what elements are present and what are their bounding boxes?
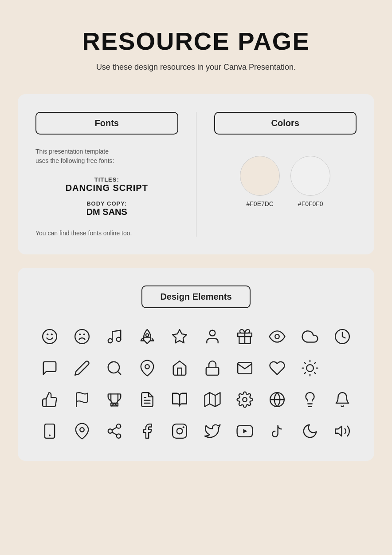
eye-icon	[265, 324, 290, 349]
svg-marker-51	[335, 426, 341, 436]
pin-icon	[135, 356, 159, 380]
svg-marker-9	[172, 329, 187, 343]
envelope-icon	[233, 356, 257, 380]
heart-icon	[265, 356, 290, 380]
search-icon	[102, 356, 127, 380]
flag-icon	[70, 387, 94, 412]
clock-icon	[330, 324, 355, 349]
lock-icon	[200, 356, 224, 380]
svg-point-44	[108, 429, 113, 433]
color-swatches: #F0E7DC #F0F0F0	[214, 156, 357, 207]
chat-bubble-icon	[37, 356, 62, 380]
pencil-icon	[70, 356, 94, 380]
title-font-name: DANCING SCRIPT	[35, 183, 178, 193]
placeholder-icon-1	[330, 356, 355, 380]
svg-line-27	[314, 362, 315, 363]
svg-point-45	[117, 434, 121, 438]
title-font-item: TITLES: DANCING SCRIPT	[35, 176, 178, 193]
music-notes-icon	[102, 324, 127, 349]
fonts-footer: You can find these fonts online too.	[35, 230, 178, 237]
map-icon	[200, 387, 224, 412]
gift-icon	[233, 324, 257, 349]
page-subtitle: Use these design resources in your Canva…	[96, 63, 296, 72]
colors-header-label: Colors	[271, 118, 299, 128]
fonts-colors-card: Fonts This presentation template uses th…	[18, 94, 374, 254]
document-icon	[135, 387, 159, 412]
svg-rect-18	[206, 367, 219, 375]
design-elements-header-box: Design Elements	[141, 285, 250, 308]
body-font-label: BODY COPY:	[35, 200, 178, 207]
svg-line-22	[305, 362, 306, 363]
facebook-icon	[135, 419, 159, 443]
svg-point-17	[145, 365, 149, 369]
svg-line-16	[118, 371, 121, 374]
moon-icon	[298, 419, 322, 443]
svg-point-10	[209, 330, 215, 336]
svg-line-46	[112, 432, 117, 435]
swatch-2: #F0F0F0	[290, 156, 330, 207]
title-font-label: TITLES:	[35, 176, 178, 183]
page-title: RESOURCE PAGE	[82, 27, 310, 56]
fonts-section: Fonts This presentation template uses th…	[35, 112, 196, 237]
smartphone-icon	[37, 419, 62, 443]
svg-line-26	[305, 373, 306, 373]
svg-point-42	[80, 428, 84, 432]
tiktok-icon	[265, 419, 290, 443]
sad-face-icon	[70, 324, 94, 349]
open-book-icon	[168, 387, 192, 412]
location-pin-icon	[70, 419, 94, 443]
fonts-header-label: Fonts	[95, 118, 119, 128]
svg-point-13	[275, 334, 280, 339]
star-icon	[168, 324, 192, 349]
fonts-header-box: Fonts	[35, 112, 178, 135]
bell-icon	[330, 387, 355, 412]
svg-point-3	[75, 329, 89, 344]
svg-point-7	[117, 337, 121, 341]
svg-point-35	[243, 397, 247, 402]
twitter-icon	[200, 419, 224, 443]
svg-line-47	[112, 427, 117, 430]
svg-point-43	[117, 424, 121, 428]
smiley-icon	[37, 324, 62, 349]
youtube-icon	[233, 419, 257, 443]
svg-marker-32	[204, 392, 220, 407]
colors-section: Colors #F0E7DC #F0F0F0	[196, 112, 357, 237]
share-icon	[102, 419, 127, 443]
body-font-name: DM SANS	[35, 207, 178, 217]
rocket-icon	[135, 324, 159, 349]
cloud-icon	[298, 324, 322, 349]
design-elements-header-label: Design Elements	[160, 292, 231, 301]
svg-point-0	[43, 329, 57, 344]
megaphone-icon	[330, 419, 355, 443]
svg-point-8	[146, 333, 149, 336]
icons-grid	[35, 324, 357, 443]
fonts-description: This presentation template uses the foll…	[35, 147, 178, 166]
color-circle-2	[290, 156, 330, 196]
thumbs-up-icon	[37, 387, 62, 412]
svg-point-19	[306, 365, 314, 372]
svg-rect-48	[172, 424, 187, 438]
body-font-item: BODY COPY: DM SANS	[35, 200, 178, 217]
colors-header-box: Colors	[214, 112, 357, 135]
globe-icon	[265, 387, 290, 412]
person-icon	[200, 324, 224, 349]
gear-icon	[233, 387, 257, 412]
swatch-1: #F0E7DC	[240, 156, 280, 207]
color-hex-1: #F0E7DC	[247, 200, 274, 207]
home-icon	[168, 356, 192, 380]
design-elements-card: Design Elements	[18, 268, 374, 461]
svg-line-23	[314, 373, 315, 373]
sun-icon	[298, 356, 322, 380]
instagram-icon	[168, 419, 192, 443]
color-hex-2: #F0F0F0	[298, 200, 323, 207]
trophy-icon	[102, 387, 127, 412]
svg-marker-50	[243, 429, 247, 433]
svg-point-6	[108, 338, 113, 343]
lightbulb-icon	[298, 387, 322, 412]
color-circle-1	[240, 156, 280, 196]
